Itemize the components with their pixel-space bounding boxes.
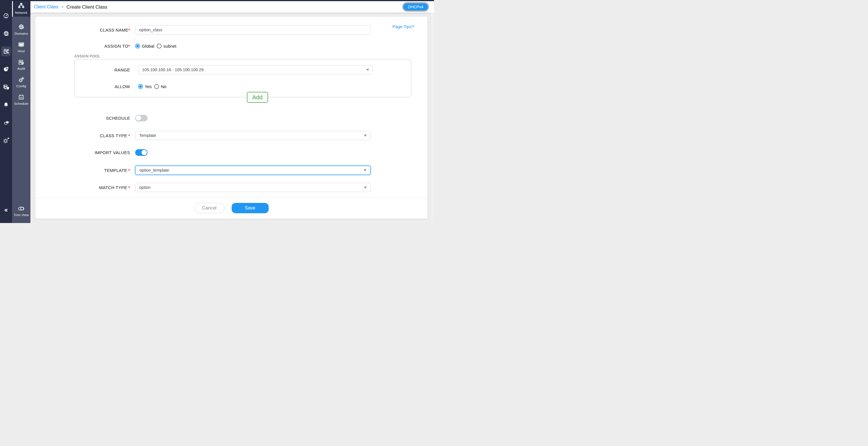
breadcrumb-separator: > — [61, 5, 63, 9]
range-select[interactable]: 105.100.100.16 - 105.100.100.26 — [138, 65, 373, 74]
assign-to-global-option[interactable]: Global — [135, 44, 154, 49]
chevron-down-icon — [364, 187, 367, 189]
radio-global[interactable] — [135, 44, 140, 49]
allow-label: ALLOW — [74, 84, 130, 89]
config-gears-icon — [18, 76, 25, 83]
network-topology-icon — [18, 2, 25, 10]
assign-to-label: ASSIGN TO* — [35, 44, 130, 49]
stats-pie-icon[interactable] — [3, 66, 9, 73]
chevron-down-icon — [364, 169, 367, 171]
template-label: TEMPLATE* — [35, 168, 130, 173]
toggle-knob — [136, 116, 141, 121]
radio-no[interactable] — [154, 84, 159, 89]
save-button[interactable]: Save — [231, 203, 269, 213]
sidebar-item-domains[interactable]: COM Domains — [12, 21, 30, 38]
allow-no-option[interactable]: No — [154, 84, 166, 89]
sidebar-item-config[interactable]: Config — [12, 73, 30, 91]
import-values-toggle[interactable] — [135, 149, 148, 156]
sidebar-item-label: Host — [18, 50, 25, 53]
assign-to-subnet-option[interactable]: subnet — [157, 44, 176, 49]
sidebar-item-audit[interactable]: Audit — [12, 56, 30, 73]
domains-globe-com-icon: COM — [18, 24, 25, 31]
schedule-label: SCHEDULE — [35, 116, 130, 121]
toggle-knob — [142, 150, 147, 155]
add-pool-button[interactable]: Add — [247, 92, 268, 103]
required-marker: * — [128, 133, 130, 138]
class-name-input[interactable] — [135, 25, 371, 34]
breadcrumb: Client Class > Create Client Class — [30, 4, 107, 10]
required-marker: * — [128, 168, 130, 173]
create-client-class-card: Page Tips? CLASS NAME* ASSIGN TO* Global… — [35, 17, 427, 219]
class-type-label: CLASS TYPE* — [35, 133, 130, 138]
chevron-down-icon — [366, 69, 369, 71]
audit-log-clock-icon — [18, 59, 25, 66]
icon-rail: DNS ! « — [0, 0, 12, 223]
class-name-label: CLASS NAME* — [35, 28, 130, 32]
range-label: RANGE — [74, 67, 130, 72]
svg-text:!: ! — [7, 87, 8, 89]
required-marker: * — [128, 44, 130, 49]
footer-divider — [35, 197, 427, 197]
breadcrumb-client-class-link[interactable]: Client Class — [34, 4, 58, 9]
sidebar-item-schedule[interactable]: Schedule — [12, 91, 30, 108]
radio-subnet[interactable] — [157, 44, 162, 49]
dhcp-version-badge[interactable]: DHCPv4 — [404, 3, 428, 10]
required-marker: * — [128, 28, 130, 32]
settings-gear-wrench-icon[interactable] — [3, 137, 9, 144]
assign-pool-legend: ASSIGN POOL — [74, 54, 100, 58]
match-type-label: MATCH TYPE* — [35, 185, 130, 190]
cancel-button[interactable]: Cancel — [194, 203, 224, 213]
template-select[interactable]: option_template — [135, 166, 371, 175]
content-area: Page Tips? CLASS NAME* ASSIGN TO* Global… — [30, 12, 434, 223]
assign-pool-fieldset: RANGE 105.100.100.16 - 105.100.100.26 AL… — [74, 59, 411, 97]
sidebar-item-label: Schedule — [14, 102, 28, 105]
dashboard-gauge-icon[interactable] — [3, 12, 9, 19]
required-marker: * — [128, 185, 130, 190]
sidebar-item-label: Tree View — [14, 213, 29, 217]
allow-yes-option[interactable]: Yes — [138, 84, 152, 89]
class-type-select[interactable]: Template — [135, 131, 371, 140]
import-values-label: IMPORT VALUES — [35, 150, 130, 155]
sidebar-item-label: Network — [15, 11, 28, 14]
radio-yes[interactable] — [138, 84, 143, 89]
host-window-icon — [18, 41, 25, 48]
allow-radio-group: Yes No — [138, 84, 166, 89]
dns-globe-icon[interactable]: DNS — [3, 30, 9, 37]
server-shield-icon[interactable]: ! — [3, 84, 9, 90]
svg-text:COM: COM — [20, 27, 24, 29]
match-type-select[interactable]: option — [135, 183, 371, 192]
page-title: Create Client Class — [67, 4, 107, 10]
top-bar: Client Class > Create Client Class DHCPv… — [30, 1, 434, 12]
schedule-calendar-icon — [18, 94, 25, 101]
sidebar-item-label: Domains — [14, 32, 28, 35]
sidebar-item-label: Config — [17, 84, 26, 88]
sidebar-item-network[interactable]: Network — [12, 0, 30, 17]
ipam-document-network-icon[interactable] — [1, 46, 11, 56]
sidebar-item-tree-view[interactable]: Tree View — [12, 204, 30, 223]
integrations-plug-icon[interactable] — [3, 119, 9, 126]
tree-view-toggle-icon — [18, 204, 25, 212]
form-actions: Cancel Save — [35, 203, 427, 213]
assign-to-radio-group: Global subnet — [135, 44, 176, 49]
chevron-down-icon — [364, 135, 367, 137]
svg-text:DNS: DNS — [5, 34, 8, 36]
module-sidebar: Network COM Domains Host Audit Config — [12, 0, 30, 223]
sidebar-item-host[interactable]: Host — [12, 38, 30, 56]
sidebar-item-label: Audit — [17, 67, 25, 70]
collapse-sidebar-chevrons[interactable]: « — [4, 207, 8, 213]
schedule-toggle[interactable] — [135, 115, 148, 121]
window-top-strip — [0, 0, 434, 1]
notifications-bell-icon[interactable] — [3, 101, 9, 108]
scrollbar-track[interactable] — [430, 12, 434, 223]
